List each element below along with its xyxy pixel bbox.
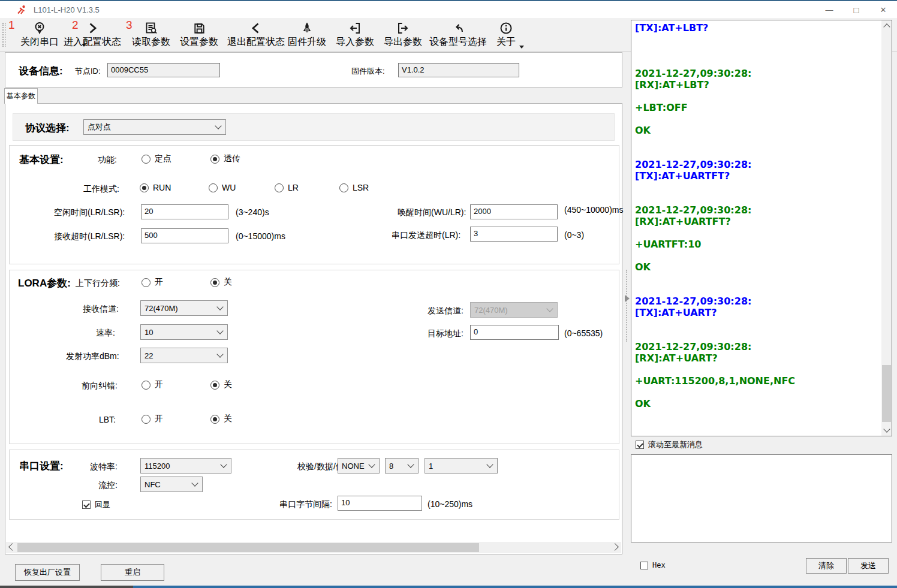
scroll-latest-checkbox[interactable]: 滚动至最新消息 <box>636 439 703 450</box>
rx-channel-label: 接收信道: <box>83 304 119 315</box>
toolbar-grip[interactable] <box>2 23 4 47</box>
radio-mode-run[interactable]: RUN <box>140 183 171 192</box>
protocol-label: 协议选择: <box>25 121 70 135</box>
radio-function-transparent[interactable]: 透传 <box>210 153 240 164</box>
chevron-down-icon <box>407 461 414 468</box>
toolbar-button-enter-config[interactable]: 进入配置状态 <box>62 20 123 49</box>
serial-settings-group: 串口设置: 波特率: 115200 校验/数据/停止: NONE 8 1 流控:… <box>9 450 619 520</box>
uart-tx-timeout-field[interactable]: 3 <box>470 227 558 242</box>
toolbar-overflow-caret[interactable] <box>519 46 524 49</box>
log-line <box>635 147 881 159</box>
firmware-version-field[interactable]: V1.0.2 <box>398 63 519 77</box>
node-id-field[interactable]: 0009CC55 <box>107 63 220 77</box>
radio-icon <box>142 381 150 390</box>
baud-select[interactable]: 115200 <box>140 458 231 474</box>
radio-icon <box>142 278 150 287</box>
panel-splitter[interactable] <box>626 270 627 342</box>
flow-control-select[interactable]: NFC <box>140 477 203 492</box>
log-line: +UART:115200,8,1,NONE,NFC <box>635 375 881 387</box>
toolbar-button-close-serial-port[interactable]: 关闭串口 <box>18 20 61 49</box>
target-addr-field[interactable]: 0 <box>470 325 559 340</box>
reboot-button[interactable]: 重启 <box>101 564 164 581</box>
back-arrow-icon <box>451 20 465 35</box>
toolbar-button-exit-config[interactable]: 退出配置状态 <box>225 20 287 49</box>
data-bits-select[interactable]: 8 <box>385 458 419 474</box>
toolbar-button-set-params[interactable]: 设置参数 <box>177 20 221 49</box>
minimize-button[interactable]: — <box>820 4 838 17</box>
clear-button[interactable]: 清除 <box>806 558 847 574</box>
radio-mode-wu[interactable]: WU <box>209 183 236 192</box>
log-line: OK <box>635 261 881 273</box>
idle-time-label: 空闲时间(LR/LSR): <box>54 207 125 218</box>
scroll-right-icon[interactable] <box>611 543 619 551</box>
radio-icon <box>209 183 218 192</box>
log-area[interactable]: [TX]:AT+LBT? 2021-12-27,09:30:28:[RX]:AT… <box>635 22 881 435</box>
radio-mode-lsr[interactable]: LSR <box>339 183 369 192</box>
log-line: 2021-12-27,09:30:28: <box>635 204 881 216</box>
rate-select[interactable]: 10 <box>140 324 228 340</box>
tx-power-select[interactable]: 22 <box>140 348 228 363</box>
scroll-up-icon[interactable] <box>883 23 890 30</box>
comm-log-panel[interactable]: [TX]:AT+LBT? 2021-12-27,09:30:28:[RX]:AT… <box>631 20 892 436</box>
radio-lbt-on[interactable]: 开 <box>142 414 163 424</box>
rocket-icon <box>300 20 314 35</box>
log-line <box>635 273 881 284</box>
scroll-down-icon[interactable] <box>883 426 890 432</box>
rx-timeout-field[interactable]: 500 <box>141 228 228 243</box>
idle-time-field[interactable]: 20 <box>141 204 228 219</box>
basic-settings-title: 基本设置: <box>19 153 64 167</box>
rx-timeout-label: 接收超时(LR/LSR): <box>54 231 125 242</box>
vertical-scrollbar[interactable] <box>881 20 892 436</box>
wake-time-hint: (450~10000)ms <box>564 205 623 215</box>
toolbar-grip-2 <box>5 23 6 47</box>
chevron-left-icon <box>249 20 263 35</box>
toolbar-button-about[interactable]: 关于 <box>494 20 518 49</box>
chevron-down-icon <box>368 461 375 468</box>
step-badge-1: 1 <box>8 19 15 32</box>
send-button[interactable]: 发送 <box>848 558 889 574</box>
radio-icon <box>339 183 348 192</box>
close-button[interactable]: ✕ <box>874 4 892 17</box>
scroll-left-icon[interactable] <box>8 543 16 551</box>
toolbar-button-device-model-select[interactable]: 设备型号选择 <box>427 20 489 49</box>
radio-function-fixed[interactable]: 定点 <box>142 153 171 164</box>
wake-time-field[interactable]: 2000 <box>470 204 558 219</box>
radio-fec-off[interactable]: 关 <box>210 379 232 390</box>
parity-select[interactable]: NONE <box>338 458 380 474</box>
rx-channel-select[interactable]: 72(470M) <box>140 300 228 316</box>
log-line <box>635 227 881 239</box>
title-bar[interactable]: L101-L-H20 V1.3.5 — □ ✕ <box>0 1 897 18</box>
toolbar-button-import-params[interactable]: 导入参数 <box>333 20 377 49</box>
echo-checkbox[interactable]: 回显 <box>82 499 110 510</box>
radio-mode-lr[interactable]: LR <box>275 183 299 192</box>
uart-tx-timeout-label: 串口发送超时(LR): <box>392 230 460 241</box>
vertical-scrollbar-thumb[interactable] <box>882 365 891 422</box>
send-input-area[interactable] <box>631 454 892 542</box>
tab-basic-params[interactable]: 基本参数 <box>4 88 38 104</box>
restore-factory-button[interactable]: 恢复出厂设置 <box>15 564 80 581</box>
splitter-collapse-icon[interactable] <box>625 295 630 302</box>
protocol-select[interactable]: 点对点 <box>83 119 226 135</box>
chevron-down-icon <box>546 305 553 312</box>
app-window: L101-L-H20 V1.3.5 — □ ✕ 1 2 3 关闭串口 <box>0 0 897 588</box>
chevron-down-icon <box>216 303 223 310</box>
radio-updown-off[interactable]: 关 <box>210 277 232 288</box>
toolbar-button-firmware-upgrade[interactable]: 固件升级 <box>285 20 329 49</box>
maximize-button[interactable]: □ <box>847 4 865 17</box>
radio-lbt-off[interactable]: 关 <box>210 414 232 424</box>
radio-updown-on[interactable]: 开 <box>142 277 163 288</box>
hex-checkbox[interactable]: Hex <box>640 561 666 569</box>
window-title: L101-L-H20 V1.3.5 <box>34 5 100 14</box>
toolbar-button-read-params[interactable]: 读取参数 <box>130 20 173 49</box>
horizontal-scrollbar-thumb[interactable] <box>17 543 479 552</box>
rate-label: 速率: <box>96 328 115 339</box>
flow-control-label: 流控: <box>98 480 118 491</box>
horizontal-scrollbar[interactable] <box>6 542 621 553</box>
radio-fec-on[interactable]: 开 <box>142 379 163 390</box>
toolbar-button-export-params[interactable]: 导出参数 <box>381 20 425 49</box>
byte-interval-field[interactable]: 10 <box>338 496 422 511</box>
radio-icon <box>210 381 219 390</box>
stop-bits-select[interactable]: 1 <box>425 458 498 474</box>
radio-icon <box>275 183 284 192</box>
bottom-edge-dark <box>0 586 133 588</box>
